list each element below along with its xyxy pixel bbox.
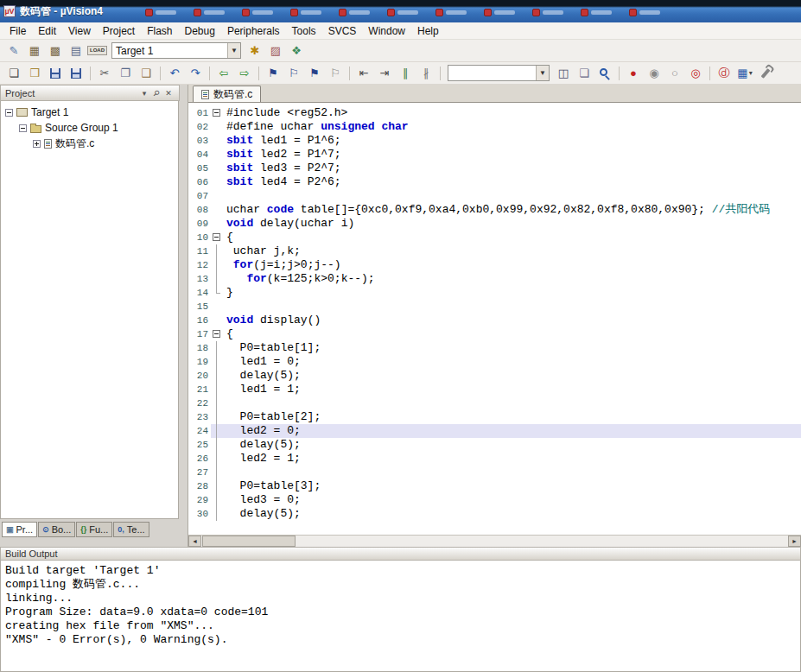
fold-margin[interactable] [211, 231, 223, 244]
code-line[interactable]: 11 uchar j,k; [188, 244, 801, 258]
translate-icon[interactable]: ✎ [4, 42, 23, 60]
horizontal-scrollbar[interactable]: ◄ ► [188, 535, 801, 547]
bookmark-prev-icon[interactable]: ⚐ [284, 65, 303, 82]
menu-help[interactable]: Help [411, 23, 445, 39]
breakpoint-disable-icon[interactable]: ◉ [645, 65, 664, 82]
save-all-icon[interactable] [67, 65, 86, 82]
scroll-right-icon[interactable]: ► [788, 536, 801, 547]
menu-flash[interactable]: Flash [141, 23, 178, 39]
code-line[interactable]: 25 delay(5); [188, 438, 801, 452]
menu-peripherals[interactable]: Peripherals [221, 23, 286, 39]
paste-icon[interactable]: ❑ [137, 65, 156, 82]
search-combobox[interactable]: ▼ [448, 65, 550, 81]
collapse-icon[interactable] [19, 124, 27, 132]
manage-project-items-icon[interactable]: ❖ [287, 42, 306, 60]
analysis-windows-icon[interactable]: ▦▾ [735, 65, 754, 82]
copy-icon[interactable]: ❐ [116, 65, 135, 82]
code-line[interactable]: 02#define uchar unsigned char [188, 120, 801, 134]
download-icon[interactable]: LOAD [87, 42, 107, 60]
fold-collapse-icon[interactable] [213, 233, 220, 241]
bookmark-toggle-icon[interactable]: ⚑ [264, 65, 283, 82]
panel-tab-books[interactable]: ⊙Bo... [38, 522, 75, 537]
panel-tab-project[interactable]: ▣Pr... [2, 522, 37, 537]
code-line[interactable]: 20 delay(5); [188, 369, 801, 383]
code-line[interactable]: 28 P0=table[3]; [188, 479, 801, 493]
code-line[interactable]: 24 led2 = 0; [188, 424, 801, 438]
code-line[interactable]: 26 led2 = 1; [188, 452, 801, 466]
options-for-target-icon[interactable]: ✱ [245, 42, 264, 60]
fold-margin[interactable] [211, 327, 223, 341]
chevron-down-icon[interactable]: ▼ [536, 66, 549, 80]
code-line[interactable]: 06sbit led4 = P2^6; [188, 175, 801, 189]
cut-icon[interactable]: ✂ [95, 65, 114, 82]
save-icon[interactable] [46, 65, 65, 82]
code-line[interactable]: 09void delay(uchar i) [188, 217, 801, 231]
code-line[interactable]: 07 [188, 189, 801, 203]
chevron-down-icon[interactable]: ▼ [227, 43, 240, 58]
code-line[interactable]: 23 P0=table[2]; [188, 410, 801, 424]
code-line[interactable]: 27 [188, 466, 801, 479]
new-file-icon[interactable]: ❏ [4, 65, 23, 82]
nav-forward-icon[interactable]: ⇨ [235, 65, 254, 82]
undo-icon[interactable]: ↶ [165, 65, 184, 82]
panel-tab-functions[interactable]: {}Fu... [76, 522, 112, 537]
code-line[interactable]: 22 [188, 396, 801, 410]
outdent-icon[interactable]: ⇤ [354, 65, 373, 82]
code-line[interactable]: 15 [188, 300, 801, 314]
panel-tab-templates[interactable]: 0,Te... [113, 522, 149, 537]
editor-tab[interactable]: 数码管.c [193, 86, 261, 102]
find-next-icon[interactable]: ❏ [575, 65, 594, 82]
code-line[interactable]: 29 led3 = 0; [188, 493, 801, 507]
debug-session-icon[interactable]: ⓓ [715, 65, 734, 82]
search-icon[interactable] [595, 65, 614, 82]
breakpoint-icon[interactable]: ● [624, 65, 643, 82]
build-output-text[interactable]: Build target 'Target 1'compiling 数码管.c..… [0, 561, 801, 672]
tree-item-source-group-1[interactable]: Source Group 1 [1, 120, 178, 136]
build-icon[interactable]: ▦ [25, 42, 44, 60]
tree-item-shumaguan-c[interactable]: 数码管.c [1, 136, 178, 151]
target-select[interactable]: Target 1 ▼ [111, 42, 241, 59]
code-line[interactable]: 08uchar code table[]={0xc0,0xf9,0xa4,0xb… [188, 203, 801, 217]
code-line[interactable]: 05sbit led3 = P2^7; [188, 162, 801, 175]
code-line[interactable]: 14} [188, 286, 801, 300]
fold-collapse-icon[interactable] [213, 330, 220, 338]
panel-menu-icon[interactable]: ▾ [138, 89, 150, 98]
chevron-down-icon[interactable]: ▾ [749, 69, 753, 77]
indent-icon[interactable]: ⇥ [375, 65, 394, 82]
code-line[interactable]: 13 for(k=125;k>0;k--); [188, 272, 801, 286]
code-line[interactable]: 17{ [188, 327, 801, 341]
code-line[interactable]: 16void display() [188, 314, 801, 327]
menu-svcs[interactable]: SVCS [322, 23, 363, 39]
menu-view[interactable]: View [62, 23, 97, 39]
scrollbar-thumb[interactable] [202, 536, 296, 547]
comment-icon[interactable]: ∥ [396, 65, 415, 82]
code-area[interactable]: 01#include <reg52.h>02#define uchar unsi… [188, 103, 801, 535]
breakpoint-enable-icon[interactable]: ○ [665, 65, 684, 82]
open-file-icon[interactable]: ❒ [25, 65, 44, 82]
configure-icon[interactable] [756, 65, 775, 82]
redo-icon[interactable]: ↷ [186, 65, 205, 82]
nav-back-icon[interactable]: ⇦ [214, 65, 233, 82]
fold-margin[interactable] [211, 106, 223, 120]
code-line[interactable]: 12 for(j=i;j>0;j--) [188, 258, 801, 272]
code-line[interactable]: 04sbit led2 = P1^7; [188, 148, 801, 162]
file-extensions-icon[interactable]: ▨ [266, 42, 285, 60]
collapse-icon[interactable] [5, 109, 13, 117]
menu-window[interactable]: Window [362, 23, 411, 39]
expand-icon[interactable] [33, 140, 41, 148]
pin-icon[interactable]: ⚲ [149, 86, 164, 100]
fold-collapse-icon[interactable] [213, 109, 220, 117]
code-line[interactable]: 01#include <reg52.h> [188, 106, 801, 120]
code-line[interactable]: 10{ [188, 231, 801, 244]
code-line[interactable]: 03sbit led1 = P1^6; [188, 134, 801, 148]
menu-file[interactable]: File [3, 23, 32, 39]
code-line[interactable]: 21 led1 = 1; [188, 383, 801, 396]
menu-tools[interactable]: Tools [286, 23, 322, 39]
close-icon[interactable]: ✕ [162, 89, 175, 98]
rebuild-icon[interactable]: ▩ [46, 42, 65, 60]
breakpoint-kill-all-icon[interactable]: ◎ [686, 65, 705, 82]
code-line[interactable]: 19 led1 = 0; [188, 355, 801, 369]
uncomment-icon[interactable]: ∦ [416, 65, 435, 82]
menu-edit[interactable]: Edit [32, 23, 62, 39]
find-in-files-icon[interactable]: ◫ [554, 65, 573, 82]
